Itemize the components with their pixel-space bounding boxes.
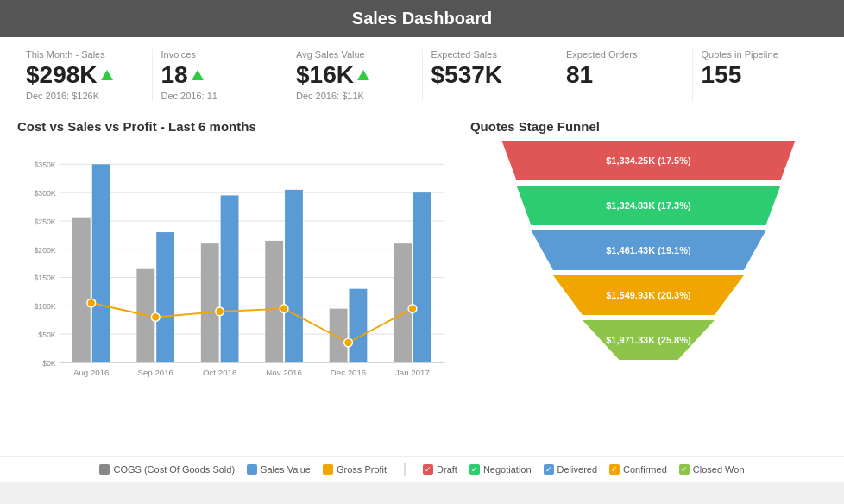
bar-legend-label-0: COGS (Cost Of Goods Sold)	[113, 464, 235, 475]
kpi-arrow-up-2	[357, 70, 369, 80]
svg-point-36	[216, 307, 224, 316]
bar-legend-box-1	[247, 464, 257, 475]
svg-rect-16	[72, 218, 91, 362]
svg-text:Aug 2016: Aug 2016	[73, 368, 109, 377]
bar-legend-label-2: Gross Profit	[337, 464, 387, 475]
kpi-item-0: This Month - Sales $298K Dec 2016: $126K	[17, 49, 153, 101]
svg-point-35	[151, 313, 160, 322]
dashboard-title: Sales Dashboard	[352, 9, 492, 28]
kpi-value-row-2: $16K	[296, 61, 413, 89]
legend-row: COGS (Cost Of Goods Sold) Sales Value Gr…	[0, 456, 844, 482]
funnel-legend-label-3: Confirmed	[623, 464, 667, 475]
kpi-value-2: $16K	[296, 61, 354, 89]
kpi-value-row-4: 81	[566, 61, 683, 89]
funnel-bar-3: $1,549.93K (20.3%)	[501, 275, 795, 315]
bar-chart-section: Cost vs Sales vs Profit - Last 6 months …	[17, 119, 453, 447]
svg-text:Dec 2016: Dec 2016	[331, 368, 366, 377]
svg-rect-22	[201, 243, 219, 362]
legend-separator	[404, 463, 406, 476]
funnel-legend-label-4: Closed Won	[693, 464, 745, 475]
svg-rect-25	[265, 241, 283, 362]
svg-text:Jan 2017: Jan 2017	[395, 368, 430, 377]
bar-legend-label-1: Sales Value	[261, 464, 311, 475]
bar-chart-svg: $0K$50K$100K$150K$200K$250K$300K$350KAug…	[17, 141, 453, 408]
svg-text:Oct 2016: Oct 2016	[203, 368, 236, 377]
kpi-item-2: Avg Sales Value $16K Dec 2016: $11K	[287, 49, 423, 101]
kpi-label-3: Expected Sales	[431, 49, 549, 60]
svg-text:$100K: $100K	[34, 302, 55, 311]
svg-text:$350K: $350K	[34, 161, 55, 169]
funnel-legend-item-4: ✓ Closed Won	[679, 464, 745, 475]
svg-rect-26	[285, 190, 303, 362]
svg-text:$250K: $250K	[34, 217, 55, 226]
funnel-legend-item-3: ✓ Confirmed	[609, 464, 667, 475]
funnel-legend-label-0: Draft	[437, 464, 457, 475]
kpi-item-5: Quotes in Pipeline 155	[693, 49, 828, 101]
bar-legend-item-0: COGS (Cost Of Goods Sold)	[99, 464, 235, 475]
bar-chart-container: $0K$50K$100K$150K$200K$250K$300K$350KAug…	[17, 141, 453, 408]
kpi-arrow-up-0	[101, 70, 113, 80]
kpi-sub-2: Dec 2016: $11K	[296, 91, 413, 101]
bar-legend-box-0	[99, 464, 110, 475]
funnel-legend-label-2: Delivered	[557, 464, 597, 475]
kpi-sub-1: Dec 2016: 11	[161, 91, 279, 101]
funnel-legend-label-1: Negotiation	[483, 464, 532, 475]
funnel-title: Quotes Stage Funnel	[470, 119, 827, 134]
funnel-legend-box-2: ✓	[544, 464, 554, 475]
svg-text:$300K: $300K	[34, 189, 55, 198]
svg-point-38	[344, 338, 353, 347]
kpi-label-2: Avg Sales Value	[296, 49, 413, 60]
kpi-value-row-5: 155	[702, 61, 819, 89]
kpi-item-3: Expected Sales $537K	[423, 49, 558, 101]
svg-point-39	[408, 305, 417, 313]
kpi-row: This Month - Sales $298K Dec 2016: $126K…	[0, 37, 844, 110]
kpi-item-1: Invoices 18 Dec 2016: 11	[153, 49, 288, 101]
svg-rect-32	[413, 192, 431, 362]
svg-rect-29	[350, 289, 368, 362]
kpi-label-5: Quotes in Pipeline	[702, 49, 819, 60]
kpi-value-0: $298K	[26, 61, 98, 89]
kpi-item-4: Expected Orders 81	[557, 49, 693, 101]
kpi-label-1: Invoices	[161, 49, 279, 60]
bar-legend-item-1: Sales Value	[247, 464, 311, 475]
kpi-label-4: Expected Orders	[566, 49, 683, 60]
funnel-legend-item-2: ✓ Delivered	[544, 464, 597, 475]
svg-rect-31	[394, 243, 412, 362]
svg-text:$200K: $200K	[34, 246, 55, 255]
svg-text:$150K: $150K	[34, 274, 55, 282]
bar-chart-title: Cost vs Sales vs Profit - Last 6 months	[17, 119, 453, 134]
dashboard-header: Sales Dashboard	[0, 0, 844, 37]
kpi-value-4: 81	[566, 61, 593, 89]
funnel-legend-item-1: ✓ Negotiation	[469, 464, 532, 475]
kpi-value-row-1: 18	[161, 61, 279, 89]
kpi-arrow-up-1	[192, 70, 204, 80]
funnel-legend-box-1: ✓	[469, 464, 480, 475]
kpi-value-1: 18	[161, 61, 188, 89]
kpi-value-3: $537K	[431, 61, 503, 89]
svg-rect-28	[330, 309, 348, 362]
svg-point-34	[87, 299, 96, 307]
funnel-legend-box-4: ✓	[679, 464, 690, 475]
svg-rect-17	[92, 164, 110, 362]
svg-text:Sep 2016: Sep 2016	[137, 368, 173, 377]
svg-text:Nov 2016: Nov 2016	[266, 368, 301, 377]
svg-text:$50K: $50K	[38, 331, 56, 339]
kpi-label-0: This Month - Sales	[26, 49, 143, 60]
funnel-legend-box-3: ✓	[609, 464, 620, 475]
funnel-bar-2: $1,461.43K (19.1%)	[501, 230, 795, 270]
svg-point-37	[280, 305, 288, 313]
kpi-value-row-3: $537K	[431, 61, 549, 89]
funnel-legend-box-0: ✓	[423, 464, 433, 475]
funnel-container: $1,334.25K (17.5%)$1,324.83K (17.3%)$1,4…	[470, 141, 827, 362]
funnel-legend-item-0: ✓ Draft	[423, 464, 457, 475]
funnel-bar-0: $1,334.25K (17.5%)	[501, 141, 795, 180]
kpi-sub-0: Dec 2016: $126K	[26, 91, 143, 101]
funnel-bar-1: $1,324.83K (17.3%)	[501, 186, 795, 225]
funnel-section: Quotes Stage Funnel $1,334.25K (17.5%)$1…	[470, 119, 827, 447]
bar-legend-item-2: Gross Profit	[323, 464, 387, 475]
svg-rect-20	[156, 232, 174, 362]
svg-rect-23	[221, 195, 239, 362]
svg-text:$0K: $0K	[42, 359, 56, 368]
main-content: Cost vs Sales vs Profit - Last 6 months …	[0, 110, 844, 456]
bar-legend-box-2	[323, 464, 333, 475]
